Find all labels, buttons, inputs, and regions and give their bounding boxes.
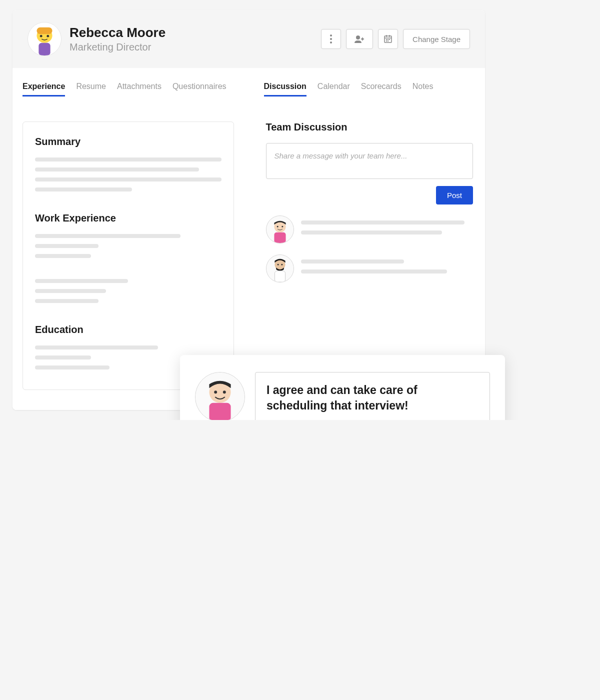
change-stage-button[interactable]: Change Stage <box>403 29 470 49</box>
svg-point-9 <box>356 36 360 40</box>
more-options-button[interactable] <box>321 29 341 49</box>
discussion-input[interactable]: Share a message with your team here... <box>266 143 474 179</box>
candidate-header: Rebecca Moore Marketing Director Change … <box>12 10 485 68</box>
comment-row <box>266 216 474 244</box>
summary-heading: Summary <box>35 136 222 148</box>
experience-card: Summary Work Experience Education <box>22 122 234 390</box>
svg-rect-15 <box>388 39 388 40</box>
kebab-icon <box>330 34 332 44</box>
svg-rect-17 <box>386 40 387 42</box>
right-column: Discussion Calendar Scorecards Notes Tea… <box>264 82 476 390</box>
svg-rect-5 <box>38 43 50 56</box>
comment-avatar <box>266 216 294 244</box>
candidate-title: Marketing Director <box>70 42 166 53</box>
svg-point-27 <box>281 264 282 266</box>
discussion-overlay: I agree and can take care of scheduling … <box>180 355 505 420</box>
tab-questionnaires[interactable]: Questionnaires <box>172 82 226 96</box>
tab-calendar[interactable]: Calendar <box>318 82 350 96</box>
discussion-panel: Team Discussion Share a message with you… <box>264 122 476 282</box>
post-button[interactable]: Post <box>436 186 473 204</box>
comment-row <box>266 254 474 282</box>
svg-point-31 <box>214 390 217 394</box>
tab-resume[interactable]: Resume <box>76 82 106 96</box>
svg-rect-16 <box>389 39 390 40</box>
discussion-heading: Team Discussion <box>266 122 474 133</box>
compose-input[interactable]: I agree and can take care of scheduling … <box>255 372 490 420</box>
left-column: Experience Resume Attachments Questionna… <box>22 82 234 390</box>
svg-point-4 <box>46 35 49 38</box>
tab-attachments[interactable]: Attachments <box>117 82 162 96</box>
tab-discussion[interactable]: Discussion <box>264 82 306 96</box>
left-tabs: Experience Resume Attachments Questionna… <box>22 82 234 96</box>
svg-point-3 <box>40 35 42 38</box>
svg-point-22 <box>282 226 283 228</box>
work-heading: Work Experience <box>35 212 222 224</box>
svg-rect-18 <box>388 40 388 42</box>
svg-rect-33 <box>209 403 230 420</box>
candidate-name: Rebecca Moore <box>70 25 166 40</box>
svg-rect-2 <box>36 28 52 34</box>
svg-point-7 <box>330 38 332 40</box>
svg-point-32 <box>223 390 226 394</box>
add-user-button[interactable] <box>346 29 373 49</box>
calendar-icon <box>384 35 392 43</box>
tab-scorecards[interactable]: Scorecards <box>361 82 402 96</box>
svg-point-21 <box>276 226 278 228</box>
svg-point-26 <box>277 264 278 266</box>
education-heading: Education <box>35 324 222 336</box>
svg-point-6 <box>330 34 332 36</box>
svg-rect-28 <box>274 271 285 282</box>
svg-rect-14 <box>386 39 387 40</box>
comment-avatar <box>266 254 294 282</box>
svg-point-8 <box>330 42 332 44</box>
compose-avatar <box>195 372 245 420</box>
add-user-icon <box>354 35 365 43</box>
svg-rect-23 <box>274 232 286 243</box>
calendar-button[interactable] <box>378 29 398 49</box>
tab-notes[interactable]: Notes <box>412 82 434 96</box>
right-tabs: Discussion Calendar Scorecards Notes <box>264 82 476 96</box>
candidate-panel: Rebecca Moore Marketing Director Change … <box>12 10 485 410</box>
candidate-avatar <box>28 22 62 56</box>
tab-experience[interactable]: Experience <box>22 82 65 96</box>
